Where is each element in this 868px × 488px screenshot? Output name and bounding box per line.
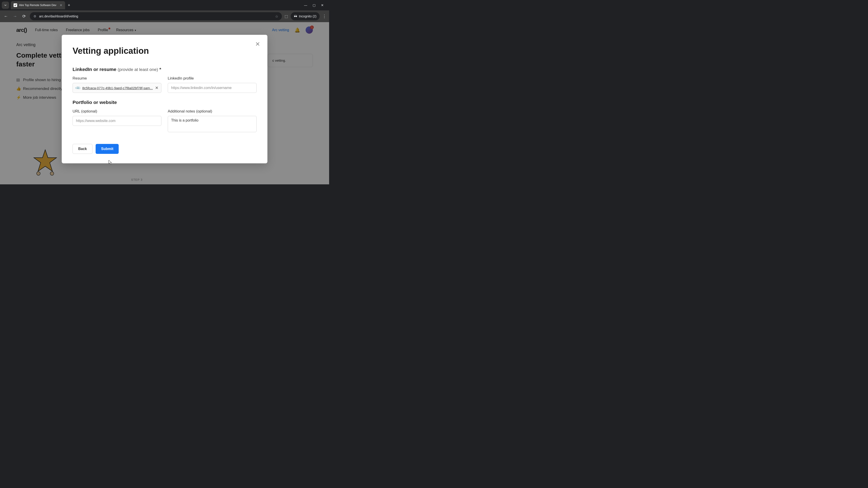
new-tab-button[interactable]: + (68, 3, 70, 8)
extensions-icon[interactable]: ⬚ (285, 14, 288, 19)
incognito-label: Incognito (2) (299, 14, 316, 18)
maximize-button[interactable]: ▢ (313, 3, 315, 7)
incognito-icon: 🕶 (294, 14, 297, 18)
back-button[interactable]: ← (3, 14, 9, 19)
site-info-icon[interactable]: ⚙ (33, 14, 36, 18)
tab-close-icon[interactable]: ✕ (60, 3, 62, 7)
browser-menu-button[interactable]: ⋮ (322, 14, 327, 19)
incognito-indicator[interactable]: 🕶 Incognito (2) (291, 12, 320, 20)
minimize-button[interactable]: ― (304, 3, 307, 7)
back-button[interactable]: Back (72, 144, 92, 154)
tab-title: Hire Top Remote Software Dev (19, 4, 58, 7)
url-text: arc.dev/dashboard/d/vetting (39, 14, 272, 18)
section-linkedin-resume: LinkedIn or resume (provide at least one… (72, 67, 256, 72)
resume-label: Resume (72, 76, 161, 80)
tab-favicon (13, 3, 17, 7)
linkedin-input[interactable] (168, 83, 256, 93)
resume-filename[interactable]: 8c5fcaca-077c-49b1-9aed-c7f8a02bf78f-sam… (82, 86, 153, 90)
url-label: URL (optional) (72, 109, 161, 113)
browser-tab[interactable]: Hire Top Remote Software Dev ✕ (11, 1, 65, 9)
modal-close-button[interactable]: ✕ (255, 41, 260, 48)
modal-title: Vetting application (72, 46, 256, 56)
reload-button[interactable]: ⟳ (21, 14, 27, 19)
bookmark-star-icon[interactable]: ☆ (275, 14, 278, 19)
close-window-button[interactable]: ✕ (321, 3, 324, 7)
resume-file-chip: 📎 8c5fcaca-077c-49b1-9aed-c7f8a02bf78f-s… (72, 83, 161, 93)
modal-backdrop[interactable]: ✕ Vetting application LinkedIn or resume… (0, 22, 329, 184)
paperclip-icon: 📎 (74, 85, 81, 91)
submit-button[interactable]: Submit (96, 144, 119, 154)
forward-button[interactable]: → (12, 14, 18, 19)
linkedin-label: LinkedIn profile (168, 76, 256, 80)
tab-search-dropdown[interactable] (2, 2, 9, 9)
portfolio-url-input[interactable] (72, 116, 161, 126)
notes-label: Additional notes (optional) (168, 109, 256, 113)
remove-file-button[interactable]: ✕ (155, 86, 158, 90)
section-portfolio: Portfolio or website (72, 100, 256, 105)
notes-textarea[interactable]: This is a portfolio (168, 116, 256, 132)
address-bar[interactable]: ⚙ arc.dev/dashboard/d/vetting ☆ (30, 12, 282, 20)
vetting-modal: ✕ Vetting application LinkedIn or resume… (62, 35, 268, 163)
